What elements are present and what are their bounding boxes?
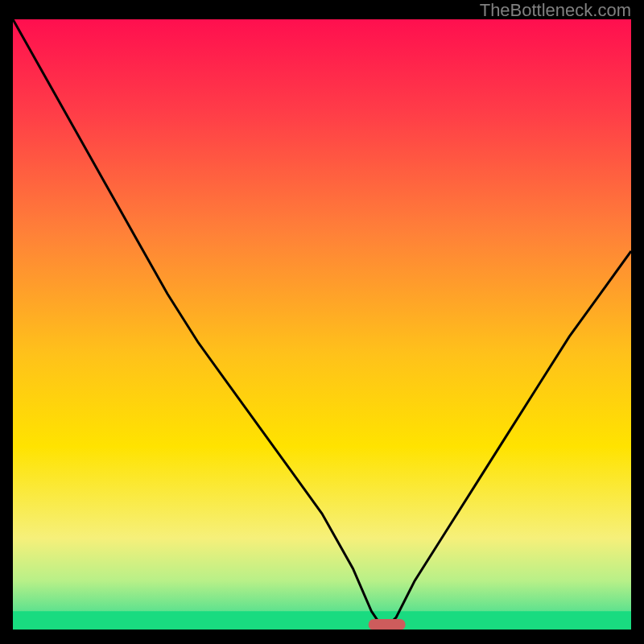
watermark-text: TheBottleneck.com <box>480 0 631 21</box>
plot-svg <box>13 19 631 630</box>
optimal-marker <box>369 619 406 630</box>
chart-container: TheBottleneck.com <box>0 0 644 644</box>
plot-region <box>13 19 631 630</box>
green-band <box>13 611 631 630</box>
gradient-background <box>13 19 631 630</box>
